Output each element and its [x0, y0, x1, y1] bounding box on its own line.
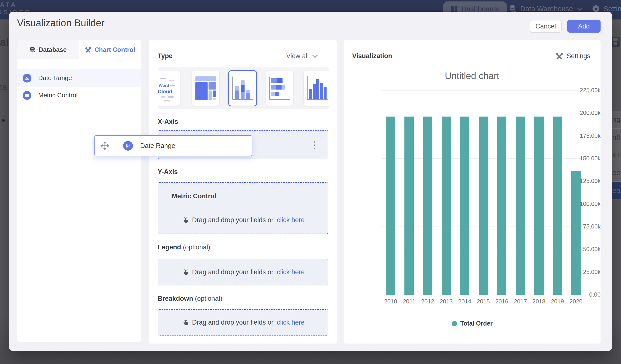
- menu-item[interactable]: eekly: [611, 164, 621, 182]
- gridline: [381, 90, 585, 90]
- bar-2012: [423, 117, 432, 295]
- x-tick-label: 2012: [418, 298, 437, 305]
- y-tick-label: 125.00k: [567, 178, 601, 184]
- control-icon: [23, 91, 31, 100]
- y-tick-label: 150.00k: [567, 155, 601, 162]
- chip-label: Date Range: [140, 142, 175, 150]
- visualization-label: Visualization: [352, 52, 392, 60]
- click-hand-icon: [181, 217, 189, 224]
- gridline: [381, 113, 585, 113]
- y-tick-label: 200.00k: [567, 109, 601, 116]
- y-tick-label: 25.00k: [567, 269, 601, 276]
- legend-series-name: Total Order: [460, 320, 493, 327]
- chart-type-horizontal-bar[interactable]: [266, 71, 293, 105]
- add-button[interactable]: Add: [567, 20, 601, 33]
- x-tick-label: 2017: [511, 298, 530, 305]
- field-item-metric-control[interactable]: Metric Control: [17, 87, 141, 104]
- word-cloud-word: Cloud: [158, 88, 172, 94]
- y-axis-dropzone[interactable]: Metric Control Drag and drop your fields…: [158, 182, 328, 234]
- bar-2015: [479, 117, 488, 295]
- fields-panel-tabs: Database Chart Control: [17, 40, 141, 59]
- drag-drop-hint: Drag and drop your fields or click here: [158, 216, 328, 224]
- y-tick-label: 100.00k: [567, 201, 601, 207]
- click-here-link[interactable]: click here: [277, 268, 305, 276]
- bar-2010: [386, 117, 395, 295]
- chart-settings-label: Settings: [567, 52, 590, 60]
- x-tick-label: 2018: [530, 298, 548, 305]
- drag-drop-hint: Drag and drop your fields or click here: [158, 319, 328, 326]
- background-text-fragment: ta: [0, 82, 7, 92]
- drag-drop-text: Drag and drop your fields or: [192, 216, 274, 224]
- plot-area: 2010201120122013201420152016201720182019…: [381, 90, 585, 295]
- chart-type-stacked-column-selected[interactable]: [228, 70, 257, 106]
- bar-2016: [497, 117, 506, 295]
- legend-dropzone[interactable]: Drag and drop your fields or click here: [158, 259, 328, 285]
- bar-2013: [442, 117, 451, 295]
- tools-icon: [556, 52, 563, 60]
- menu-item[interactable]: k Date: [611, 146, 621, 164]
- chart-legend[interactable]: Total Order: [344, 320, 601, 327]
- x-axis-label: X-Axis: [158, 118, 178, 125]
- y-tick-label: 175.00k: [567, 132, 601, 139]
- move-icon: [100, 141, 109, 150]
- x-tick-label: 2019: [548, 298, 567, 305]
- chart-type-column[interactable]: [304, 71, 329, 105]
- menu-item[interactable]: nthly: [611, 128, 621, 146]
- x-tick-label: 2014: [456, 298, 474, 305]
- chart-type-word-cloud[interactable]: Word Cloud: [158, 71, 180, 105]
- click-here-link[interactable]: click here: [277, 319, 305, 326]
- y-axis-group-label: Metric Control: [172, 192, 216, 200]
- legend-label: Legend: [158, 243, 181, 251]
- bar-2014: [460, 117, 469, 295]
- visualization-builder-modal: Visualization Builder Cancel Add Databas…: [9, 12, 612, 351]
- y-axis-label: Y-Axis: [158, 168, 178, 176]
- dragging-field-chip-date-range[interactable]: Date Range: [94, 135, 252, 156]
- tab-chart-control-label: Chart Control: [94, 46, 135, 53]
- cancel-button[interactable]: Cancel: [530, 20, 562, 33]
- x-tick-label: 2011: [400, 298, 418, 305]
- breakdown-dropzone[interactable]: Drag and drop your fields or click here: [158, 309, 328, 335]
- field-item-date-range[interactable]: Date Range: [17, 69, 141, 87]
- view-all-dropdown[interactable]: View all: [286, 52, 317, 60]
- breakdown-optional-label: (optional): [195, 295, 223, 302]
- bar-2020: [571, 171, 581, 295]
- modal-title: Visualization Builder: [17, 17, 104, 29]
- y-tick-label: 0.00: [567, 291, 601, 298]
- menu-item[interactable]: nge: [611, 111, 621, 128]
- background-bullet: ●: [1, 116, 5, 124]
- chevron-down-icon: [312, 53, 317, 58]
- chart-settings-button[interactable]: Settings: [556, 52, 590, 60]
- chart-type-treemap[interactable]: [192, 71, 219, 105]
- view-all-label: View all: [286, 52, 309, 60]
- control-icon: [123, 141, 133, 151]
- chevron-down-icon: [577, 5, 582, 10]
- background-dropdown-menu: nge nthly k Date eekly ear: [611, 111, 621, 199]
- bar-2017: [516, 117, 525, 295]
- breakdown-label: Breakdown: [158, 295, 193, 302]
- logo-line-1: DATA: [0, 1, 31, 9]
- tab-chart-control[interactable]: Chart Control: [79, 40, 141, 59]
- bar-2011: [404, 117, 414, 295]
- menu-item-selected[interactable]: ear: [611, 182, 621, 199]
- fields-panel: Database Chart Control: [17, 40, 141, 342]
- y-tick-label: 225.00k: [567, 87, 601, 94]
- click-hand-icon: [181, 319, 189, 326]
- kebab-menu-icon[interactable]: ⋮: [310, 140, 319, 149]
- legend-optional-label: (optional): [183, 243, 210, 251]
- tab-database[interactable]: Database: [17, 40, 79, 59]
- x-tick-label: 2015: [474, 298, 493, 305]
- breakdown-section-label: Breakdown (optional): [158, 295, 223, 302]
- save-icon-detail: [613, 38, 618, 41]
- visualization-panel: Visualization Settings Untitled chart 20…: [344, 40, 601, 344]
- y-tick-label: 75.00k: [567, 223, 601, 230]
- bar-2019: [553, 117, 562, 295]
- control-icon: [23, 74, 31, 83]
- builder-panel: Type View all Word Cloud: [149, 40, 337, 344]
- chart-title: Untitled chart: [344, 71, 601, 81]
- legend-dot: [452, 321, 457, 326]
- drag-drop-hint: Drag and drop your fields or click here: [158, 268, 328, 276]
- save-icon-detail: [613, 42, 617, 45]
- drag-drop-text: Drag and drop your fields or: [192, 319, 274, 326]
- click-here-link[interactable]: click here: [277, 216, 305, 224]
- x-tick-label: 2013: [437, 298, 456, 305]
